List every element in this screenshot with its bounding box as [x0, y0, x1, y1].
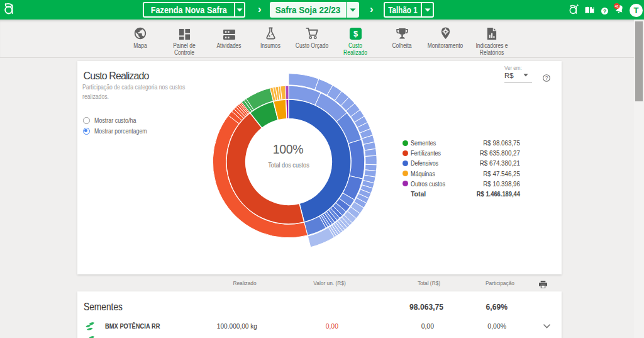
svg-text:41: 41 — [615, 4, 619, 8]
svg-text:?: ? — [603, 8, 606, 14]
svg-text:$: $ — [353, 29, 357, 38]
